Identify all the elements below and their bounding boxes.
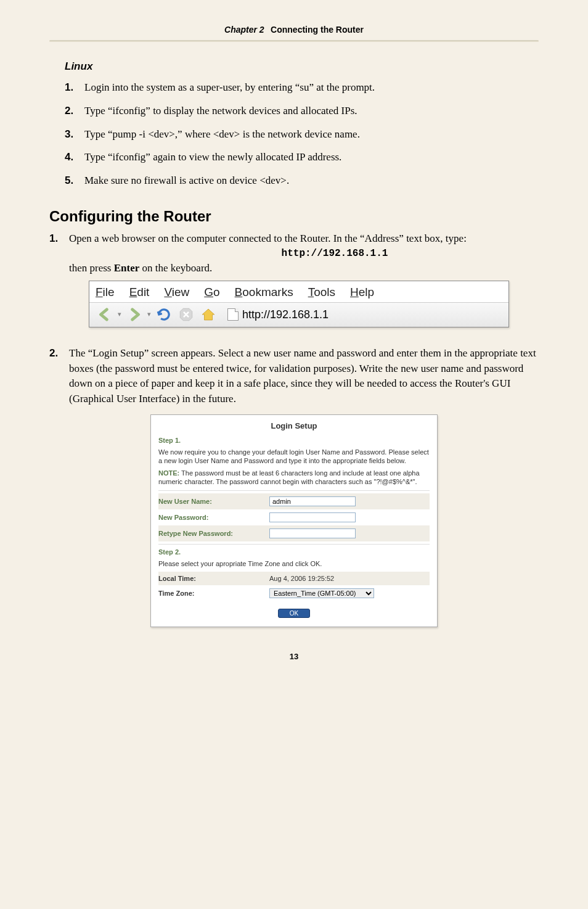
ok-button[interactable]: OK: [278, 609, 310, 618]
step-text: Type “ifconfig” again to view the newly …: [84, 150, 539, 165]
step-number: 2.: [65, 104, 84, 118]
login-setup-screenshot: Login Setup Step 1. We now require you t…: [150, 414, 438, 627]
local-time-row: Local Time: Aug 4, 2006 19:25:52: [158, 572, 430, 585]
step-number: 2.: [49, 346, 69, 407]
menu-file[interactable]: File: [96, 284, 115, 301]
step-number: 5.: [65, 173, 84, 188]
new-password-label: New Password:: [158, 514, 269, 521]
linux-steps: 1.Login into the system as a super-user,…: [49, 80, 539, 188]
configuring-heading: Configuring the Router: [49, 208, 539, 225]
new-user-label: New User Name:: [158, 498, 269, 505]
new-password-row: New Password:: [158, 509, 430, 525]
menu-tools[interactable]: Tools: [308, 284, 335, 301]
header-rule: [49, 40, 539, 42]
page-header: Chapter 2 Connecting the Router: [49, 25, 539, 35]
address-bar[interactable]: http://192.168.1.1: [227, 306, 329, 323]
url-code: http://192.168.1.1: [131, 247, 539, 261]
retype-password-row: Retype New Password:: [158, 525, 430, 541]
step-number: 1.: [65, 80, 84, 95]
step-text: Open a web browser on the computer conne…: [69, 231, 539, 339]
login-step1-label: Step 1.: [158, 437, 430, 444]
retype-password-label: Retype New Password:: [158, 530, 269, 537]
step-text: Login into the system as a super-user, b…: [84, 80, 539, 95]
linux-heading: Linux: [65, 60, 539, 73]
enter-key: Enter: [114, 262, 140, 274]
login-title: Login Setup: [158, 421, 430, 430]
menu-help[interactable]: Help: [350, 284, 374, 301]
time-zone-select[interactable]: Eastern_Time (GMT-05:00): [269, 588, 374, 598]
stop-icon[interactable]: [177, 306, 195, 323]
menu-edit[interactable]: Edit: [129, 284, 150, 301]
dropdown-sep: ▾: [118, 310, 121, 319]
chapter-title: Connecting the Router: [271, 25, 364, 35]
browser-menubar: File Edit View Go Bookmarks Tools Help: [89, 281, 508, 303]
new-user-row: New User Name:: [158, 493, 430, 509]
step-number: 4.: [65, 150, 84, 165]
address-url: http://192.168.1.1: [242, 306, 329, 323]
login-step2-text: Please select your apropriate Time Zone …: [158, 559, 430, 568]
step-text: Type “pump -i <dev>,” where <dev> is the…: [84, 127, 539, 142]
chapter-label: Chapter 2: [224, 25, 264, 35]
menu-go[interactable]: Go: [204, 284, 219, 301]
retype-password-input[interactable]: [269, 529, 356, 538]
login-note: NOTE: The password must be at least 6 ch…: [158, 469, 430, 487]
step-text: Type “ifconfig” to display the network d…: [84, 104, 539, 118]
local-time-label: Local Time:: [158, 575, 269, 582]
browser-screenshot: File Edit View Go Bookmarks Tools Help ▾: [89, 281, 509, 327]
new-user-input[interactable]: [269, 496, 356, 506]
browser-toolbar: ▾ ▾: [89, 303, 508, 327]
forward-icon[interactable]: [125, 306, 144, 323]
home-icon[interactable]: [199, 306, 218, 323]
step1-text-b: then press: [69, 262, 114, 274]
reload-icon[interactable]: [155, 306, 173, 323]
note-label: NOTE:: [158, 469, 179, 477]
dropdown-sep: ▾: [147, 310, 151, 319]
new-password-input[interactable]: [269, 512, 356, 522]
login-step2-label: Step 2.: [158, 548, 430, 556]
step1-text-c: on the keyboard.: [139, 262, 212, 274]
note-text: The password must be at least 6 characte…: [158, 469, 420, 485]
page-icon: [227, 308, 239, 321]
step1-text-a: Open a web browser on the computer conne…: [69, 232, 467, 244]
menu-view[interactable]: View: [164, 284, 189, 301]
login-intro-text: We now require you to change your defaul…: [158, 448, 430, 466]
time-zone-row: Time Zone: Eastern_Time (GMT-05:00): [158, 585, 430, 601]
time-zone-label: Time Zone:: [158, 590, 269, 597]
step-number: 3.: [65, 127, 84, 142]
local-time-value: Aug 4, 2006 19:25:52: [269, 575, 334, 582]
page-number: 13: [49, 652, 539, 661]
step-number: 1.: [49, 231, 69, 339]
menu-bookmarks[interactable]: Bookmarks: [235, 284, 293, 301]
step-text: The “Login Setup” screen appears. Select…: [69, 346, 539, 407]
step-text: Make sure no firewall is active on devic…: [84, 173, 539, 188]
back-icon[interactable]: [96, 306, 114, 323]
